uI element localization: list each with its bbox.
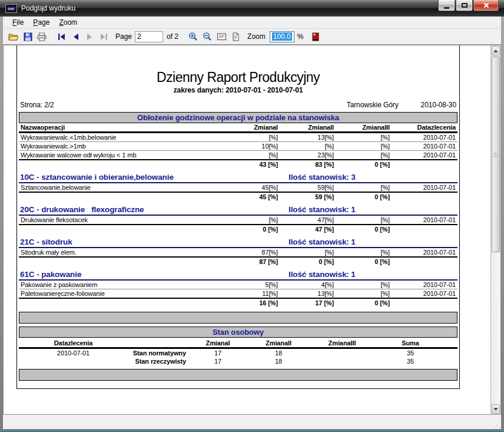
col-zmiana-2: ZmianaII — [280, 123, 336, 133]
table-row: Sitodruk mały elem. 87[%] [%] [%] 2010-0… — [19, 248, 457, 257]
table-row: Sztancowanie,belowanie 45[%] 59[%] [%] 2… — [19, 183, 457, 192]
occupancy-table: Pakowanie z paskowaniem 5[%] 4[%] [%] 20… — [19, 281, 457, 307]
prev-page-button[interactable] — [68, 30, 82, 43]
titlebar[interactable]: swr Podgląd wydruku — [0, 0, 504, 17]
occupancy-band-text: Obłożenie godzinowe operacji w podziale … — [137, 113, 339, 122]
col-data-zlecenia: Datazlecenia — [19, 339, 128, 348]
table-row: Drukowanie fleksotacek [%] 47[%] [%] 201… — [19, 216, 457, 225]
preview-area: Dzienny Raport Produkcyjny zakres danych… — [3, 45, 501, 415]
save-button[interactable] — [21, 30, 35, 43]
occupancy-band-title: Obłożenie godzinowe operacji w podziale … — [19, 112, 457, 123]
empty-band — [19, 369, 457, 381]
personnel-table: Datazlecenia ZmianaI ZmianaII ZmianaIII … — [19, 339, 457, 365]
personnel-header-row: Datazlecenia ZmianaI ZmianaII ZmianaIII … — [19, 339, 457, 348]
report-location: Tarnowskie Góry — [347, 101, 399, 109]
zoom-out-button[interactable] — [200, 30, 214, 43]
section-title: 61C - pakowanie — [20, 270, 81, 279]
fit-width-button[interactable] — [214, 30, 228, 43]
section-header-20c: 20C - drukowanie flexograficzne Ilość st… — [19, 205, 457, 216]
arrow-down-icon — [493, 408, 498, 411]
thumb-grip — [493, 154, 498, 155]
totals-row: 16 [%] 17 [%] 0 [%] — [19, 298, 457, 307]
scroll-up-button[interactable] — [492, 46, 500, 55]
col-zmiana-3: ZmianaIII — [309, 339, 375, 348]
zoom-out-icon — [203, 32, 212, 41]
table-row: Wykrawanie walcowe odł wykroju < 1 mb [%… — [19, 151, 457, 160]
menu-page[interactable]: Page — [28, 17, 54, 28]
app-icon-text: swr — [8, 6, 15, 11]
zoom-label: Zoom — [247, 32, 266, 41]
app-icon: swr — [5, 4, 17, 13]
whole-page-button[interactable] — [228, 30, 243, 43]
statusbar — [3, 415, 501, 429]
col-zmiana-2: ZmianaII — [248, 339, 309, 348]
section-stations: Ilość stanowisk: 1 — [289, 238, 356, 246]
close-icon — [483, 2, 490, 9]
page-input[interactable]: 2 — [135, 31, 163, 42]
report-title: Dzienny Raport Produkcyjny — [19, 70, 457, 85]
first-page-button[interactable] — [54, 30, 68, 43]
report-subtitle: zakres danych: 2010-07-01 - 2010-07-01 — [19, 86, 457, 94]
exit-door-icon — [312, 32, 319, 41]
section-title: 21C - sitodruk — [20, 238, 72, 246]
table-row: Pakowanie z paskowaniem 5[%] 4[%] [%] 20… — [19, 281, 457, 289]
totals-row: 45 [%] 59 [%] 0 [%] — [19, 192, 457, 201]
close-button[interactable] — [473, 0, 499, 11]
arrow-up-icon — [493, 50, 498, 52]
section-stations: Ilość stanowisk: 3 — [289, 173, 356, 182]
print-button[interactable] — [35, 30, 49, 43]
personnel-band-text: Stan osobowy — [213, 328, 264, 337]
section-header-10c: 10C - sztancowanie i obieranie,belowanie… — [19, 172, 457, 183]
table-row: Stan rzeczywisty 17 18 35 — [19, 357, 457, 365]
section-stations: Ilość stanowisk: 1 — [289, 205, 356, 214]
last-page-icon — [100, 33, 108, 41]
toolbar: Page 2 of 2 — [3, 29, 501, 45]
menu-file[interactable]: File — [8, 17, 28, 28]
zoom-in-button[interactable] — [186, 30, 200, 43]
page-input-value: 2 — [137, 32, 141, 41]
occupancy-header-row: Nazwaoperacji ZmianaI ZmianaII ZmianaIII… — [19, 123, 457, 133]
table-row: Wykrawaniewalc.>1mb 10[%] [%] [%] 2010-0… — [19, 142, 457, 151]
toolbar-separator — [306, 31, 306, 42]
maximize-button[interactable] — [456, 0, 473, 11]
prev-page-icon — [71, 33, 80, 41]
toolbar-separator — [183, 31, 184, 42]
section-title: 20C - drukowanie flexograficzne — [20, 205, 144, 214]
totals-row: 0 [%] 47 [%] 0 [%] — [19, 225, 457, 233]
scrollbar-thumb[interactable] — [492, 57, 500, 252]
table-row: Wykrawaniewalc.<1mb,belowanie [%] 13[%] … — [19, 133, 457, 142]
resize-grip[interactable] — [492, 420, 500, 428]
fit-width-icon — [217, 32, 227, 41]
print-preview-window: swr Podgląd wydruku File Page Zoom — [0, 0, 504, 432]
col-nazwa-operacji: Nazwaoperacji — [19, 123, 243, 133]
open-button[interactable] — [6, 30, 21, 43]
page-label: Page — [115, 32, 132, 41]
report-content: Dzienny Raport Produkcyjny zakres danych… — [19, 70, 457, 381]
scroll-down-button[interactable] — [492, 404, 500, 414]
next-page-icon — [85, 33, 94, 41]
save-floppy-icon — [24, 32, 32, 41]
personnel-band-title: Stan osobowy — [19, 327, 457, 338]
page-of-label: of 2 — [167, 32, 178, 41]
preview-viewport[interactable]: Dzienny Raport Produkcyjny zakres danych… — [3, 45, 490, 415]
last-page-button[interactable] — [97, 30, 111, 43]
page-info: Strona: 2/2 — [20, 101, 347, 109]
minimize-icon — [444, 7, 449, 9]
col-zmiana-1: ZmianaI — [243, 123, 280, 133]
exit-button[interactable] — [309, 30, 323, 43]
table-row: Paletowanieręczne-foliowanie 11[%] 13[%]… — [19, 289, 457, 299]
report-print-date: 2010-08-30 — [421, 101, 456, 109]
section-header-21c: 21C - sitodruk Ilość stanowisk: 1 — [19, 237, 457, 248]
menu-zoom[interactable]: Zoom — [54, 17, 82, 28]
zoom-input[interactable]: 100.0 — [270, 31, 294, 42]
next-page-button[interactable] — [82, 30, 97, 43]
col-data-zlecenia: Datazlecenia — [392, 123, 457, 133]
first-page-icon — [57, 33, 66, 41]
zoom-input-value: 100.0 — [272, 32, 292, 41]
thumb-grip — [493, 153, 498, 153]
empty-band — [19, 312, 457, 324]
minimize-button[interactable] — [438, 0, 455, 11]
vertical-scrollbar[interactable] — [490, 45, 501, 415]
col-zmiana-3: ZmianaIII — [336, 123, 392, 133]
occupancy-table: Sitodruk mały elem. 87[%] [%] [%] 2010-0… — [19, 248, 457, 266]
